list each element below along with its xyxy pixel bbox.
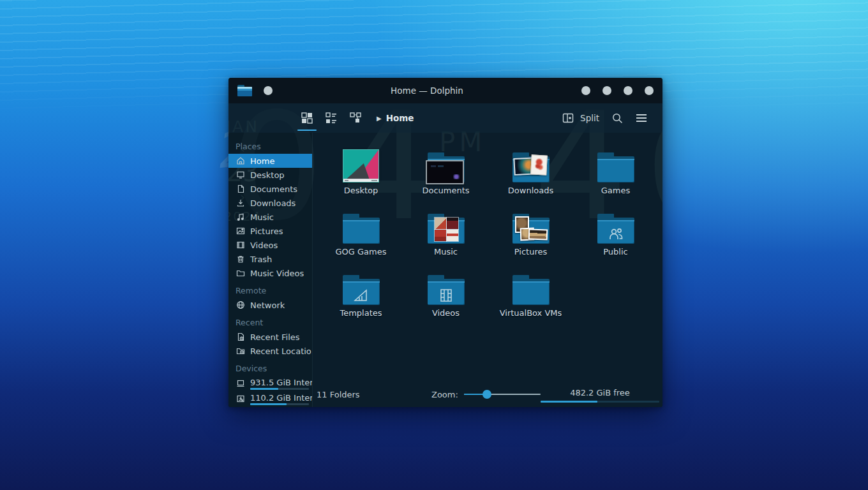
compact-view-button[interactable] — [319, 103, 343, 133]
section-label-devices: Devices — [228, 358, 312, 376]
sidebar-item-trash[interactable]: Trash — [228, 252, 312, 266]
file-item-pictures[interactable]: Pictures — [488, 203, 573, 264]
split-button[interactable]: Split — [555, 112, 606, 124]
sidebar-item-label: Home — [250, 156, 274, 166]
folder-icon — [493, 203, 569, 244]
file-item-virtualbox-vms[interactable]: VirtualBox VMs — [488, 264, 573, 325]
sidebar-item-label: Music Videos — [250, 269, 304, 278]
zoom-control: Zoom: — [431, 390, 541, 399]
network-icon — [236, 301, 245, 310]
folder-icon — [578, 142, 654, 182]
sidebar-item-music[interactable]: Music — [228, 210, 312, 224]
sidebar-item-label: Documents — [250, 184, 297, 194]
zoom-slider-handle[interactable] — [483, 390, 491, 399]
music-icon — [236, 212, 245, 222]
window-minimize-button[interactable] — [602, 86, 611, 95]
window-maximize-button[interactable] — [624, 86, 632, 95]
dolphin-window: 04 46 PM JAN ‹ 23 › 2024 Home — Dolphin — [228, 78, 662, 407]
free-space-bar — [541, 401, 659, 403]
window-close-button[interactable] — [645, 86, 654, 95]
main-toolbar: ▶ Home Split — [228, 103, 662, 133]
split-button-label: Split — [580, 113, 599, 123]
sidebar-item-videos[interactable]: Videos — [228, 238, 312, 252]
sidebar-item-label: 931.5 GiB Inter… — [250, 378, 313, 387]
section-label-remote: Remote — [228, 280, 312, 298]
folder-icon — [323, 264, 400, 305]
breadcrumb[interactable]: ▶ Home — [377, 113, 414, 123]
breadcrumb-arrow-icon: ▶ — [377, 115, 382, 122]
file-name: Pictures — [514, 247, 547, 256]
folder-icon — [578, 203, 654, 244]
people-icon — [597, 224, 634, 244]
sidebar-item-desktop[interactable]: Desktop — [228, 168, 312, 182]
sidebar-item-label: Desktop — [250, 170, 285, 180]
photo-thumbnail — [530, 154, 548, 175]
titlebar[interactable]: Home — Dolphin — [228, 78, 662, 103]
file-item-templates[interactable]: Templates — [318, 264, 403, 325]
file-name: Music — [434, 247, 458, 256]
sidebar-item-label: Recent Files — [250, 332, 300, 342]
file-name: GOG Games — [336, 247, 387, 256]
file-item-documents[interactable]: Documents — [403, 142, 488, 203]
menu-button[interactable] — [629, 103, 654, 133]
split-view-icon — [562, 112, 574, 124]
sidebar-item-recent-locatio[interactable]: Recent Locatio… — [228, 344, 312, 358]
window-pin-button[interactable] — [581, 86, 590, 95]
folder-icon — [408, 203, 484, 244]
sidebar-item-931-5-gib-inter[interactable]: 931.5 GiB Inter… — [228, 376, 312, 391]
file-item-desktop[interactable]: Desktop — [318, 142, 403, 203]
folder-icon — [236, 269, 245, 278]
sidebar-item-recent-files[interactable]: Recent Files — [228, 330, 312, 344]
sidebar-item-home[interactable]: Home — [228, 154, 312, 168]
home-icon — [236, 156, 245, 166]
search-icon — [611, 112, 624, 125]
sidebar-item-documents[interactable]: Documents — [228, 182, 312, 196]
sidebar-item-network[interactable]: Network — [228, 298, 312, 312]
trash-icon — [236, 255, 245, 264]
search-button[interactable] — [606, 103, 629, 133]
statusbar: 11 Folders Zoom: 482.2 GiB free — [313, 385, 662, 403]
breadcrumb-home[interactable]: Home — [386, 113, 414, 123]
folders-count: 11 Folders — [317, 390, 431, 399]
file-name: Templates — [340, 308, 382, 318]
file-name: Games — [601, 186, 630, 195]
laptop-icon — [236, 379, 245, 389]
thumbnail-icon — [323, 142, 400, 182]
file-item-games[interactable]: Games — [573, 142, 658, 203]
sidebar-item-pictures[interactable]: Pictures — [228, 224, 312, 238]
videos-icon — [236, 241, 245, 250]
pictures-icon — [236, 226, 245, 236]
screenshot-thumbnail — [426, 160, 464, 184]
zoom-slider[interactable] — [464, 390, 541, 399]
section-label-recent: Recent — [228, 312, 312, 330]
file-name: Videos — [432, 308, 460, 318]
icons-view-icon — [300, 111, 314, 125]
file-item-gog-games[interactable]: GOG Games — [318, 203, 403, 264]
file-name: VirtualBox VMs — [500, 308, 562, 318]
sidebar-item-110-2-gib-inter[interactable]: 110.2 GiB Inter… — [228, 391, 312, 406]
places-panel: PlacesHomeDesktopDocumentsDownloadsMusic… — [228, 133, 313, 407]
file-item-music[interactable]: Music — [403, 203, 488, 264]
compact-view-icon — [324, 111, 338, 125]
folder-icon — [493, 264, 569, 305]
desktop-icon — [236, 170, 245, 180]
device-capacity-bar — [250, 388, 309, 390]
window-menu-button[interactable] — [264, 86, 273, 95]
details-view-button[interactable] — [343, 103, 368, 133]
set-square-icon — [343, 285, 380, 305]
zoom-label: Zoom: — [431, 390, 458, 399]
device-capacity-bar — [250, 403, 309, 405]
sidebar-item-downloads[interactable]: Downloads — [228, 196, 312, 210]
file-item-downloads[interactable]: Downloads — [488, 142, 573, 203]
sidebar-item-music-videos[interactable]: Music Videos — [228, 266, 312, 280]
folder-icon — [493, 142, 569, 182]
desktop-wallpaper: 2 04 46 PM JAN ‹ 23 › 2024 Home — Dolphi… — [0, 0, 868, 490]
sidebar-item-label: Downloads — [250, 198, 296, 208]
filmstrip-icon — [428, 285, 465, 305]
file-item-videos[interactable]: Videos — [403, 264, 488, 325]
folder-view[interactable]: DesktopDocumentsDownloadsGamesGOG GamesM… — [313, 133, 662, 385]
icons-view-button[interactable] — [295, 103, 319, 133]
window-title: Home — Dolphin — [273, 85, 581, 96]
documents-icon — [236, 184, 245, 194]
file-item-public[interactable]: Public — [573, 203, 658, 264]
